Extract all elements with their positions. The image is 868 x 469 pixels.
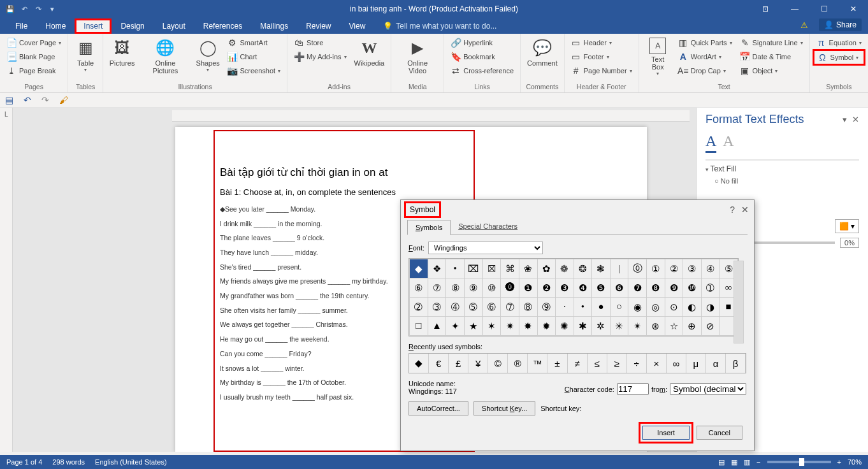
qat-dropdown-icon[interactable]: ▾ [47, 4, 57, 14]
tab-file[interactable]: File [6, 18, 36, 34]
doc-line[interactable]: He may go out ______ the weekend. [220, 335, 411, 344]
page-break-button[interactable]: ⤓Page Break [4, 64, 64, 77]
symbol-cell[interactable]: ❶ [519, 278, 538, 298]
symbol-cell[interactable]: ❂ [574, 259, 592, 278]
recent-symbol-cell[interactable]: € [429, 354, 449, 373]
symbol-cell[interactable]: ❸ [556, 278, 574, 298]
symbol-cell[interactable]: ③ [683, 259, 702, 278]
symbol-cell[interactable]: ❀ [519, 259, 538, 278]
symbol-cell[interactable]: ⓿ [501, 278, 519, 298]
ribbon-options-icon[interactable]: ⊡ [751, 0, 780, 18]
hyperlink-button[interactable]: 🔗Hyperlink [448, 36, 516, 49]
symbol-cell[interactable]: ❃ [592, 259, 611, 278]
symbol-cell[interactable]: ❖ [428, 259, 446, 278]
tab-insert[interactable]: Insert [75, 18, 112, 34]
symbol-cell[interactable]: ⑧ [446, 278, 465, 298]
transparency-value[interactable]: 0% [840, 238, 859, 248]
symbol-cell[interactable]: • [446, 259, 465, 278]
blank-page-button[interactable]: 📃Blank Page [4, 50, 64, 63]
footer-button[interactable]: ▭Footer [568, 50, 635, 63]
insert-button[interactable]: Insert [642, 426, 690, 440]
recent-symbol-cell[interactable]: ÷ [627, 354, 647, 373]
object-button[interactable]: ▣Object [737, 64, 806, 77]
zoom-in-icon[interactable]: + [837, 458, 841, 466]
symbol-cell[interactable]: ✱ [574, 317, 592, 336]
symbol-cell[interactable]: ⑨ [464, 278, 482, 298]
text-fill-tab-icon[interactable]: A [705, 133, 716, 153]
recent-symbol-cell[interactable]: β [726, 354, 746, 373]
symbol-cell[interactable]: ☒ [482, 259, 501, 278]
symbol-button[interactable]: ΩSymbol [814, 50, 864, 64]
tab-references[interactable]: References [194, 18, 251, 34]
symbol-cell[interactable]: ▲ [428, 317, 446, 336]
dialog-close-icon[interactable]: ✕ [741, 205, 749, 215]
myaddins-button[interactable]: ➕My Add-ins [291, 50, 349, 63]
symbol-grid-scrollbar[interactable] [734, 261, 744, 343]
tab-layout[interactable]: Layout [154, 18, 194, 34]
symbol-cell[interactable]: · [556, 298, 574, 317]
undo-icon[interactable]: ↶ [19, 4, 29, 14]
symbol-cell[interactable]: ◎ [647, 298, 665, 317]
symbol-cell[interactable]: ⊕ [683, 317, 702, 336]
symbol-cell[interactable]: ✺ [556, 317, 574, 336]
doc-line[interactable]: My friends always give me presents _____… [220, 277, 411, 286]
symbol-cell[interactable]: ⑩ [482, 278, 501, 298]
doc-line[interactable]: I drink milk ______ in the morning. [220, 219, 411, 229]
doc-line[interactable]: She's tired ______ present. [220, 263, 411, 272]
symbol-cell[interactable]: | [610, 259, 628, 278]
doc-line[interactable]: The plane leaves ______ 9 o'clock. [220, 233, 411, 243]
symbol-cell[interactable]: ✷ [501, 317, 519, 336]
symbol-cell[interactable]: ⑦ [428, 278, 446, 298]
recent-symbol-cell[interactable]: £ [449, 354, 468, 373]
shapes-button[interactable]: ◯Shapes [194, 36, 222, 74]
symbol-cell[interactable]: ➀ [701, 278, 720, 298]
symbol-cell[interactable]: ◐ [683, 298, 702, 317]
quickparts-button[interactable]: ▥Quick Parts [676, 36, 735, 49]
autocorrect-button[interactable]: AutoCorrect... [409, 401, 468, 415]
doc-line[interactable]: She often visits her family ______ summe… [220, 306, 411, 315]
undo-below-icon[interactable]: ↶ [24, 95, 31, 105]
tab-mailings[interactable]: Mailings [251, 18, 297, 34]
datetime-button[interactable]: 📅Date & Time [737, 50, 806, 63]
symbol-cell[interactable]: ➃ [446, 298, 465, 317]
symbol-cell[interactable]: ★ [464, 317, 482, 336]
doc-line[interactable]: My grandfather was born ______ the 19th … [220, 291, 411, 301]
symbol-cell[interactable]: ⊛ [647, 317, 665, 336]
recent-symbol-cell[interactable]: × [647, 354, 667, 373]
fill-color-picker[interactable]: 🟧 ▾ [835, 219, 859, 233]
online-video-button[interactable]: ▶Online Video [395, 36, 440, 76]
symbol-cell[interactable]: ⑥ [410, 278, 428, 298]
online-pictures-button[interactable]: 🌐Online Pictures [140, 36, 191, 76]
symbol-cell[interactable]: ➅ [482, 298, 501, 317]
chart-button[interactable]: 📊Chart [224, 50, 283, 63]
symbol-cell[interactable]: ⌧ [464, 259, 482, 278]
symbol-cell[interactable]: ● [592, 298, 611, 317]
header-button[interactable]: ▭Header [568, 36, 635, 49]
symbol-cell[interactable]: ❺ [592, 278, 611, 298]
brush-icon[interactable]: 🖌 [59, 95, 68, 105]
status-words[interactable]: 298 words [52, 458, 85, 466]
recent-symbol-cell[interactable]: ≠ [568, 354, 588, 373]
screenshot-button[interactable]: 📷Screenshot [224, 64, 283, 77]
pane-close-icon[interactable]: ✕ [852, 115, 859, 124]
shortcut-key-button[interactable]: Shortcut Key... [474, 401, 535, 415]
symbol-cell[interactable]: ① [647, 259, 665, 278]
symbol-cell[interactable]: ✹ [537, 317, 556, 336]
store-button[interactable]: 🛍Store [291, 36, 349, 49]
tab-design[interactable]: Design [112, 18, 153, 34]
charcode-input[interactable] [617, 383, 649, 395]
doc-line[interactable]: They have lunch ______ midday. [220, 248, 411, 257]
tab-review[interactable]: Review [297, 18, 340, 34]
recent-symbol-cell[interactable]: © [488, 354, 508, 373]
symbol-cell[interactable]: ⓪ [628, 259, 647, 278]
symbol-cell[interactable]: ✴ [628, 317, 647, 336]
redo-below-icon[interactable]: ↷ [41, 95, 49, 105]
symbol-cell[interactable]: ❷ [537, 278, 556, 298]
doc-line[interactable]: ◆See you later ______ Monday. [220, 205, 411, 214]
crossref-button[interactable]: ⇄Cross-reference [448, 64, 516, 77]
recent-symbol-cell[interactable]: α [706, 354, 726, 373]
recent-symbol-cell[interactable]: ≥ [607, 354, 627, 373]
symbol-cell[interactable]: ◑ [701, 298, 720, 317]
text-fill-section[interactable]: Text Fill [705, 160, 859, 177]
view-print-icon[interactable]: ▦ [731, 458, 737, 466]
